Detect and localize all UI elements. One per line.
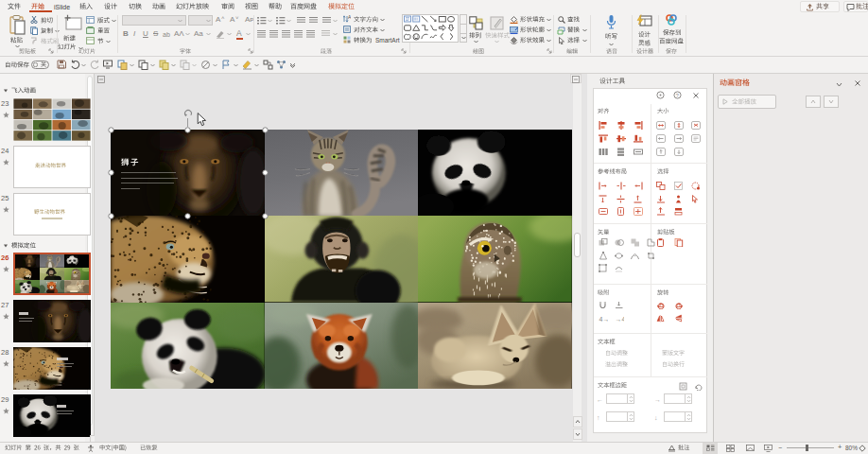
svg-text:→4: →4 [616,315,625,322]
svg-text:?: ? [676,93,679,98]
svg-text:4→: 4→ [599,315,609,322]
svg-text:A: A [348,15,351,20]
